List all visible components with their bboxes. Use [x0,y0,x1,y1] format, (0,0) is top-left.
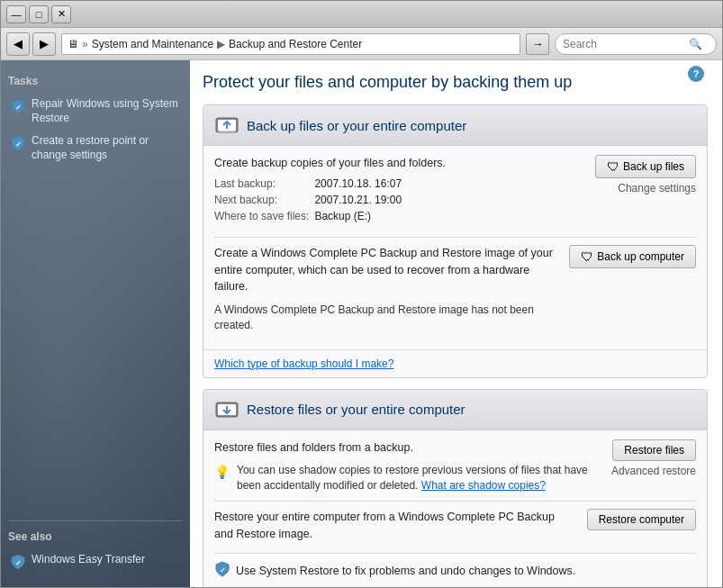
search-input[interactable] [563,38,689,50]
forward-button[interactable]: ▶ [32,32,56,56]
system-restore-text: Use System Restore to fix problems and u… [236,563,575,580]
help-icon[interactable]: ? [688,66,704,82]
shield-computer-icon: 🛡 [581,249,593,264]
system-restore-icon: ✓ [214,561,230,580]
see-also-title: See also [8,530,183,543]
sidebar-item-label-create: Create a restore point or change setting… [32,134,181,162]
content-area: ? Protect your files and computer by bac… [190,60,722,587]
last-backup-value: 2007.10.18. 16:07 [314,176,407,192]
restore-computer-button[interactable]: Restore computer [587,509,696,530]
sidebar-item-easy-transfer[interactable]: ✓ Windows Easy Transfer [8,550,183,573]
restore-section: Restore files or your entire computer Re… [203,389,708,587]
search-box[interactable]: 🔍 [555,33,717,55]
backup-info: Last backup: 2007.10.18. 16:07 Next back… [214,176,584,224]
content-scroll[interactable]: Protect your files and computer by backi… [190,60,722,587]
sidebar-divider [8,520,183,521]
nav-buttons: ◀ ▶ [6,32,56,56]
backup-files-row: Create backup copies of your files and f… [214,155,696,230]
svg-text:✓: ✓ [15,104,22,112]
next-backup-label: Next backup: [214,192,314,208]
pc-backup-btn-area: 🛡 Back up computer [569,245,696,268]
backup-section-title: Back up files or your entire computer [247,118,466,133]
backup-files-text: Create backup copies of your files and f… [214,155,584,230]
backup-files-button[interactable]: 🛡 Back up files [595,155,696,178]
sidebar-item-label-repair: Repair Windows using System Restore [32,97,181,125]
title-bar-buttons: — □ ✕ [6,5,71,23]
which-backup-area: Which type of backup should I make? [203,349,707,377]
shield-icon-restore: ✓ [10,135,26,151]
backup-section: Back up files or your entire computer Cr… [203,104,708,378]
back-button[interactable]: ◀ [6,32,30,56]
path-icon: 🖥 [68,38,78,50]
search-icon: 🔍 [689,38,702,50]
pc-backup-note-area: A Windows Complete PC Backup and Restore… [214,303,558,333]
next-backup-value: 2007.10.21. 19:00 [314,192,407,208]
backup-section-body: Create backup copies of your files and f… [203,146,707,349]
backup-header-icon [214,113,239,138]
sidebar-item-create-restore[interactable]: ✓ Create a restore point or change setti… [8,131,183,165]
sidebar-item-repair-windows[interactable]: ✓ Repair Windows using System Restore [8,95,183,128]
section-separator-1 [214,237,696,238]
shadow-copies-note: 💡 You can use shadow copies to restore p… [214,463,601,493]
restore-section-header: Restore files or your entire computer [203,390,707,430]
shadow-copies-icon: 💡 [214,463,230,482]
easy-transfer-icon: ✓ [10,554,26,570]
tasks-label: Tasks [8,75,183,87]
where-label: Where to save files: [214,208,314,224]
maximize-button[interactable]: □ [29,5,49,23]
svg-text:✓: ✓ [15,140,22,149]
system-restore-area: ✓ Use System Restore to fix problems and… [214,561,575,580]
sidebar: Tasks ✓ Repair Windows using System Rest… [1,60,190,587]
svg-text:✓: ✓ [15,559,22,567]
address-bar: ◀ ▶ 🖥 » System and Maintenance ▶ Backup … [1,28,722,60]
change-settings-link[interactable]: Change settings [618,182,696,194]
sidebar-item-label-easy-transfer: Windows Easy Transfer [32,553,145,567]
shadow-copies-text: You can use shadow copies to restore pre… [237,463,601,493]
section-separator-2 [214,501,696,502]
restore-files-row: Restore files and folders from a backup.… [214,439,696,493]
shield-icon-repair: ✓ [10,98,26,114]
advanced-restore-link[interactable]: Advanced restore [611,465,696,477]
path-part-1: System and Maintenance [92,38,213,50]
restore-files-text: Restore files and folders from a backup. [214,439,601,457]
go-button[interactable]: → [526,33,549,55]
which-backup-link[interactable]: Which type of backup should I make? [214,357,393,370]
restore-computer-text-area: Restore your entire computer from a Wind… [214,509,576,547]
svg-text:✓: ✓ [220,566,226,574]
address-path[interactable]: 🖥 » System and Maintenance ▶ Backup and … [61,33,520,55]
section-separator-3 [214,553,696,554]
title-bar: — □ ✕ [1,1,722,28]
last-backup-label: Last backup: [214,176,314,192]
restore-header-icon [214,397,239,422]
shadow-copies-link[interactable]: What are shadow copies? [421,479,546,492]
restore-files-button[interactable]: Restore files [612,439,696,461]
restore-section-title: Restore files or your entire computer [247,402,465,417]
pc-backup-text-area: Create a Windows Complete PC Backup and … [214,245,558,333]
path-part-2: Backup and Restore Center [229,38,362,50]
pc-backup-note: A Windows Complete PC Backup and Restore… [214,303,558,333]
restore-files-text-area: Restore files and folders from a backup.… [214,439,601,493]
main-container: Tasks ✓ Repair Windows using System Rest… [1,60,722,587]
window-frame: — □ ✕ ◀ ▶ 🖥 » System and Maintenance ▶ B… [0,0,723,588]
backup-files-btn-area: 🛡 Back up files Change settings [595,155,696,194]
restore-files-btn-area: Restore files Advanced restore [611,439,696,477]
restore-computer-text: Restore your entire computer from a Wind… [214,509,576,543]
restore-computer-row: Restore your entire computer from a Wind… [214,509,696,547]
back-up-computer-button[interactable]: 🛡 Back up computer [569,245,696,268]
where-value: Backup (E:) [314,208,407,224]
system-restore-row: ✓ Use System Restore to fix problems and… [214,561,696,580]
close-button[interactable]: ✕ [51,5,71,23]
restore-section-body: Restore files and folders from a backup.… [203,430,707,587]
page-title: Protect your files and computer by backi… [203,73,708,92]
minimize-button[interactable]: — [6,5,26,23]
shield-small-icon: 🛡 [607,159,619,174]
pc-backup-row: Create a Windows Complete PC Backup and … [214,245,696,333]
pc-backup-text: Create a Windows Complete PC Backup and … [214,245,558,295]
backup-section-header: Back up files or your entire computer [203,105,707,146]
restore-computer-btn-area: Restore computer [587,509,696,530]
